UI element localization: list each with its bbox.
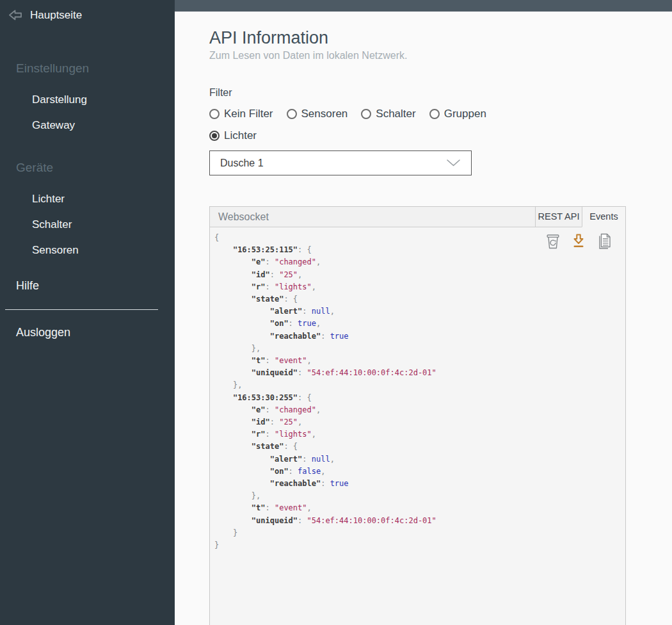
radio-label: Kein Filter xyxy=(224,108,273,120)
radio-label: Gruppen xyxy=(444,108,486,120)
radio-label: Sensoren xyxy=(301,108,348,120)
download-icon[interactable] xyxy=(571,232,586,250)
websocket-event-log: { "16:53:25:115": { "e": "changed", "id"… xyxy=(210,227,625,551)
radio-label: Schalter xyxy=(376,108,415,120)
radio-label: Lichter xyxy=(224,129,257,142)
panel-title: Websocket xyxy=(210,207,535,227)
sidebar-section-geraete: Geräte xyxy=(16,161,53,175)
radio-circle xyxy=(361,109,371,119)
chevron-down-icon xyxy=(446,159,461,167)
dropdown-value: Dusche 1 xyxy=(220,158,446,169)
radio-circle xyxy=(209,109,220,119)
page-subtitle: Zum Lesen von Daten im lokalen Netzwerk. xyxy=(209,50,407,61)
page-title: API Information xyxy=(209,28,328,48)
radio-circle xyxy=(287,109,297,119)
tab-rest-api[interactable]: REST API xyxy=(535,207,582,227)
panel-toolbar xyxy=(545,232,612,250)
radio-schalter[interactable]: Schalter xyxy=(361,108,415,120)
sidebar: Hauptseite Einstellungen Darstellung Gat… xyxy=(0,0,175,625)
sidebar-item-ausloggen[interactable]: Ausloggen xyxy=(16,326,70,339)
radio-kein-filter[interactable]: Kein Filter xyxy=(209,108,273,120)
sidebar-item-schalter[interactable]: Schalter xyxy=(32,218,72,231)
sidebar-item-lichter[interactable]: Lichter xyxy=(32,193,65,206)
radio-lichter[interactable]: Lichter xyxy=(209,129,257,142)
filter-radio-row: Kein Filter Sensoren Schalter Gruppen xyxy=(209,108,486,120)
tab-events[interactable]: Events xyxy=(582,207,625,227)
sidebar-section-einstellungen: Einstellungen xyxy=(16,61,89,76)
light-select-dropdown[interactable]: Dusche 1 xyxy=(209,150,472,175)
radio-sensoren[interactable]: Sensoren xyxy=(287,108,348,120)
sidebar-item-gateway[interactable]: Gateway xyxy=(32,119,75,132)
trash-icon[interactable] xyxy=(545,232,561,250)
sidebar-back-label: Hauptseite xyxy=(30,9,82,22)
radio-gruppen[interactable]: Gruppen xyxy=(429,108,486,120)
main-content: API Information Zum Lesen von Daten im l… xyxy=(175,12,672,625)
sidebar-item-darstellung[interactable]: Darstellung xyxy=(32,93,87,106)
top-bar xyxy=(175,0,672,12)
filter-label: Filter xyxy=(209,87,232,99)
panel-header: Websocket REST API Events xyxy=(210,207,625,227)
radio-circle xyxy=(429,109,440,119)
filter-radio-row-2: Lichter xyxy=(209,129,257,142)
copy-icon[interactable] xyxy=(596,232,612,250)
sidebar-item-hilfe[interactable]: Hilfe xyxy=(16,279,39,293)
sidebar-item-hauptseite[interactable]: Hauptseite xyxy=(8,8,82,22)
sidebar-item-sensoren[interactable]: Sensoren xyxy=(32,244,79,257)
websocket-panel: Websocket REST API Events xyxy=(209,206,626,625)
back-arrow-icon xyxy=(8,8,23,22)
sidebar-divider xyxy=(5,309,158,310)
radio-circle xyxy=(209,131,220,141)
